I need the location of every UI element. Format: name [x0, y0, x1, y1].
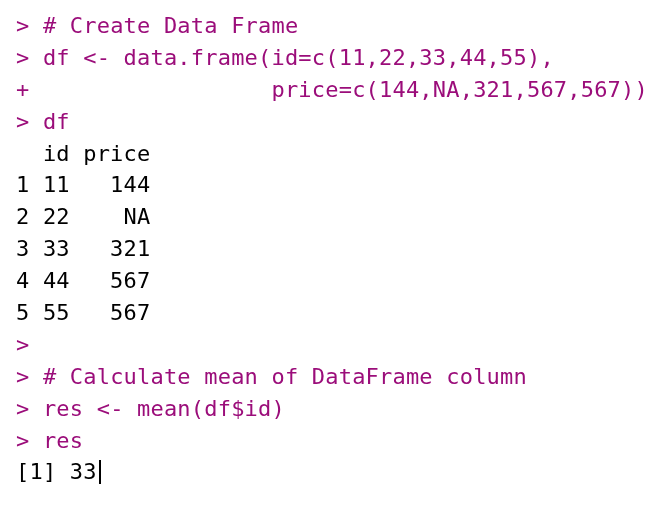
input-line: > df	[16, 109, 70, 134]
input-line: > res	[16, 428, 83, 453]
r-console: > # Create Data Frame > df <- data.frame…	[0, 0, 670, 498]
input-line-empty: >	[16, 332, 29, 357]
input-line: > df <- data.frame(id=c(11,22,33,44,55),	[16, 45, 554, 70]
cursor-icon	[99, 460, 101, 484]
output-row: 5 55 567	[16, 300, 150, 325]
code: df	[43, 109, 70, 134]
prompt: >	[16, 364, 29, 389]
prompt: >	[16, 45, 29, 70]
input-line-continuation: + price=c(144,NA,321,567,567))	[16, 77, 648, 102]
code: res <- mean(df$id)	[43, 396, 285, 421]
output-row: 4 44 567	[16, 268, 150, 293]
output-header: id price	[16, 141, 150, 166]
input-line: > # Calculate mean of DataFrame column	[16, 364, 527, 389]
input-line: > res <- mean(df$id)	[16, 396, 285, 421]
input-line: > # Create Data Frame	[16, 13, 298, 38]
prompt: >	[16, 332, 29, 357]
output-row: 3 33 321	[16, 236, 150, 261]
prompt: >	[16, 13, 29, 38]
prompt: >	[16, 428, 29, 453]
continuation-prompt: +	[16, 77, 29, 102]
output-row: 2 22 NA	[16, 204, 150, 229]
code-comment: # Calculate mean of DataFrame column	[43, 364, 527, 389]
code-comment: # Create Data Frame	[43, 13, 298, 38]
output-row: 1 11 144	[16, 172, 150, 197]
prompt: >	[16, 109, 29, 134]
code: price=c(144,NA,321,567,567))	[43, 77, 648, 102]
code: res	[43, 428, 83, 453]
prompt: >	[16, 396, 29, 421]
output-line: [1] 33	[16, 459, 97, 484]
code: df <- data.frame(id=c(11,22,33,44,55),	[43, 45, 554, 70]
